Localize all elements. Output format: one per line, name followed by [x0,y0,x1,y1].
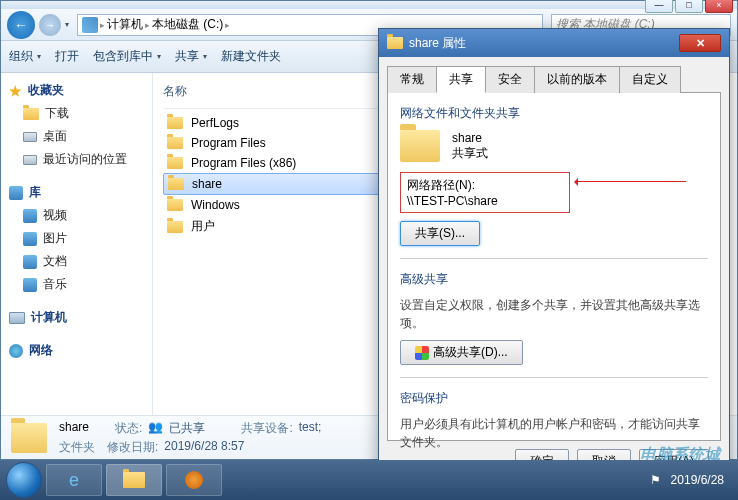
picture-icon [23,232,37,246]
sidebar-item-music[interactable]: 音乐 [1,273,152,296]
share-button[interactable]: 共享(S)... [400,221,480,246]
folder-icon [23,108,39,120]
network-icon [9,344,23,358]
details-name: share [59,420,89,437]
folder-icon [167,157,183,169]
folder-icon [123,472,145,488]
sidebar-item-desktop[interactable]: 桌面 [1,125,152,148]
minimize-button[interactable]: — [645,0,673,13]
sidebar-item-documents[interactable]: 文档 [1,250,152,273]
folder-icon [11,423,47,453]
favorites-group[interactable]: ★收藏夹 [1,79,152,102]
tab-content: 网络文件和文件夹共享 share 共享式 网络路径(N): \\TEST-PC\… [387,93,721,441]
properties-dialog: share 属性 ✕ 常规 共享 安全 以前的版本 自定义 网络文件和文件夹共享… [378,28,730,474]
start-button[interactable] [6,462,42,498]
recent-icon [23,155,37,165]
dialog-close-button[interactable]: ✕ [679,34,721,52]
details-status: 已共享 [169,420,205,437]
details-status-label: 状态: [115,420,142,437]
taskbar-ie[interactable]: e [46,464,102,496]
folder-icon [400,130,440,162]
ie-icon: e [69,470,79,491]
share-menu[interactable]: 共享▾ [175,48,207,65]
advanced-sharing-button[interactable]: 高级共享(D)... [400,340,523,365]
titlebar: — □ × [1,1,737,9]
share-type: 共享式 [452,145,488,162]
taskbar-explorer[interactable] [106,464,162,496]
section-network-sharing: 网络文件和文件夹共享 [400,105,708,122]
breadcrumb-item[interactable]: 计算机 [107,16,143,33]
details-type: 文件夹 [59,439,95,456]
include-in-library-menu[interactable]: 包含到库中▾ [93,48,161,65]
computer-icon [82,17,98,33]
folder-icon [167,199,183,211]
nav-forward-button[interactable]: → [39,14,61,36]
organize-menu[interactable]: 组织▾ [9,48,41,65]
advanced-sharing-desc: 设置自定义权限，创建多个共享，并设置其他高级共享选项。 [400,296,708,332]
shared-icon: 👥 [148,420,163,437]
video-icon [23,209,37,223]
tab-previous-versions[interactable]: 以前的版本 [534,66,620,93]
folder-icon [167,137,183,149]
chevron-right-icon: ▸ [145,20,150,30]
folder-icon [387,37,403,49]
tray-flag-icon[interactable]: ⚑ [650,473,661,487]
network-path-box: 网络路径(N): \\TEST-PC\share [400,172,570,213]
sidebar-item-network[interactable]: 网络 [1,339,152,362]
star-icon: ★ [9,83,22,99]
chevron-right-icon: ▸ [100,20,105,30]
tab-sharing[interactable]: 共享 [436,66,486,93]
dialog-title: share 属性 [409,35,466,52]
network-path-value: \\TEST-PC\share [407,194,563,208]
dialog-titlebar[interactable]: share 属性 ✕ [379,29,729,57]
section-password-protection: 密码保护 [400,390,708,407]
folder-icon [167,117,183,129]
desktop-icon [23,132,37,142]
open-button[interactable]: 打开 [55,48,79,65]
sidebar-item-pictures[interactable]: 图片 [1,227,152,250]
sidebar-item-videos[interactable]: 视频 [1,204,152,227]
sidebar-item-recent[interactable]: 最近访问的位置 [1,148,152,171]
new-folder-button[interactable]: 新建文件夹 [221,48,281,65]
nav-back-button[interactable]: ← [7,11,35,39]
tab-general[interactable]: 常规 [387,66,437,93]
sidebar: ★收藏夹 下载 桌面 最近访问的位置 库 视频 图片 文档 音乐 计算机 网络 [1,73,153,415]
sidebar-item-computer[interactable]: 计算机 [1,306,152,329]
details-date: 2019/6/28 8:57 [164,439,244,456]
tray-date: 2019/6/28 [671,473,724,487]
taskbar: e ⚑ 2019/6/28 [0,460,738,500]
section-advanced-sharing: 高级共享 [400,271,708,288]
computer-icon [9,312,25,324]
system-tray[interactable]: ⚑ 2019/6/28 [650,473,732,487]
shield-icon [415,346,429,360]
media-icon [185,471,203,489]
library-icon [9,186,23,200]
libraries-group[interactable]: 库 [1,181,152,204]
taskbar-media[interactable] [166,464,222,496]
sidebar-item-downloads[interactable]: 下载 [1,102,152,125]
details-date-label: 修改日期: [107,439,158,456]
close-button[interactable]: × [705,0,733,13]
details-share-device: test; [299,420,322,437]
maximize-button[interactable]: □ [675,0,703,13]
breadcrumb-item[interactable]: 本地磁盘 (C:) [152,16,223,33]
share-folder-name: share [452,131,488,145]
document-icon [23,255,37,269]
tab-customize[interactable]: 自定义 [619,66,681,93]
details-share-device-label: 共享设备: [241,420,292,437]
nav-history-dropdown[interactable]: ▾ [65,20,69,29]
network-path-label: 网络路径(N): [407,177,563,194]
music-icon [23,278,37,292]
annotation-arrow [576,181,686,182]
tab-security[interactable]: 安全 [485,66,535,93]
folder-icon [167,221,183,233]
folder-icon [168,178,184,190]
tabs: 常规 共享 安全 以前的版本 自定义 [387,65,721,93]
chevron-right-icon: ▸ [225,20,230,30]
